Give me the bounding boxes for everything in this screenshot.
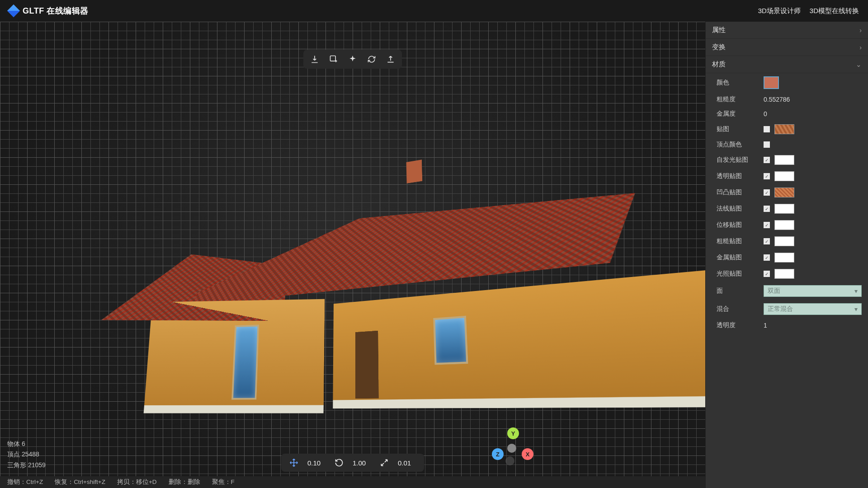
alpha-label: 透明贴图 — [717, 172, 764, 180]
move-icon[interactable] — [289, 458, 298, 467]
texture-label: 贴图 — [717, 125, 764, 133]
shortcut-delete: 删除：删除 — [169, 478, 200, 486]
displacement-swatch[interactable] — [774, 220, 794, 230]
metalness-label: 金属度 — [717, 110, 764, 118]
inspector-panel: 属性 › 变换 › 材质 ⌄ 颜色 粗糙度 0.552786 金属度 0 贴图 … — [705, 22, 868, 488]
gizmo-neg[interactable] — [505, 456, 514, 465]
app-title: GLTF 在线编辑器 — [23, 5, 89, 16]
shortcut-focus: 聚焦：F — [212, 478, 235, 486]
displacement-label: 位移贴图 — [717, 221, 764, 229]
alpha-swatch[interactable] — [774, 171, 794, 181]
shortcut-undo: 撤销：Ctrl+Z — [7, 478, 43, 486]
color-swatch[interactable] — [764, 76, 779, 89]
vertex-color-checkbox[interactable] — [764, 141, 770, 148]
refresh-icon[interactable] — [367, 54, 377, 64]
section-transform-label: 变换 — [712, 43, 726, 52]
roughness-map-swatch[interactable] — [774, 236, 794, 246]
shortcut-redo: 恢复：Ctrl+shift+Z — [55, 478, 105, 486]
link-model-converter[interactable]: 3D模型在线转换 — [810, 7, 859, 15]
row-light-map: 光照贴图 ✓ — [706, 266, 868, 282]
gizmo-z[interactable]: Z — [492, 448, 504, 460]
stat-objects-value: 6 — [22, 440, 25, 447]
chevron-right-icon: › — [859, 27, 862, 34]
side-select[interactable]: 双面 — [764, 285, 862, 297]
blend-value: 正常混合 — [768, 305, 793, 313]
metalness-map-swatch[interactable] — [774, 253, 794, 263]
emissive-label: 自发光贴图 — [717, 156, 764, 164]
section-material[interactable]: 材质 ⌄ — [706, 56, 868, 73]
alpha-checkbox[interactable]: ✓ — [764, 173, 770, 179]
shortcut-copy: 拷贝：移位+D — [117, 478, 157, 486]
texture-checkbox[interactable] — [764, 126, 770, 132]
metalness-map-label: 金属贴图 — [717, 253, 764, 262]
row-color: 颜色 — [706, 73, 868, 92]
row-normal: 法线贴图 ✓ — [706, 201, 868, 217]
light-map-checkbox[interactable]: ✓ — [764, 271, 770, 277]
logo-block: GLTF 在线编辑器 — [9, 5, 89, 16]
scale-step-value[interactable]: 0.01 — [398, 459, 416, 467]
opacity-value[interactable]: 1 — [764, 322, 767, 329]
bottom-toolbar: 0.10 1.00 0.01 — [281, 454, 424, 472]
logo-icon — [7, 5, 20, 17]
sparkle-icon[interactable] — [348, 54, 358, 64]
row-emissive: 自发光贴图 ✓ — [706, 152, 868, 168]
row-roughness: 粗糙度 0.552786 — [706, 92, 868, 107]
vertex-color-label: 顶点颜色 — [717, 141, 764, 149]
import-icon[interactable] — [310, 54, 320, 64]
svg-rect-0 — [330, 56, 336, 61]
emissive-swatch[interactable] — [774, 155, 794, 165]
texture-swatch[interactable] — [774, 124, 794, 134]
roughness-map-checkbox[interactable]: ✓ — [764, 238, 770, 244]
side-value: 双面 — [768, 287, 780, 295]
gizmo-y[interactable]: Y — [507, 427, 519, 439]
bump-label: 凹凸贴图 — [717, 188, 764, 197]
row-roughness-map: 粗糙贴图 ✓ — [706, 233, 868, 249]
row-texture: 贴图 — [706, 121, 868, 137]
section-attributes[interactable]: 属性 › — [706, 22, 868, 39]
metalness-value[interactable]: 0 — [764, 110, 767, 117]
export-icon[interactable] — [386, 54, 396, 64]
light-map-label: 光照贴图 — [717, 270, 764, 278]
normal-swatch[interactable] — [774, 204, 794, 214]
normal-checkbox[interactable]: ✓ — [764, 206, 770, 212]
top-toolbar — [303, 50, 402, 69]
blend-label: 混合 — [717, 305, 764, 313]
metalness-map-checkbox[interactable]: ✓ — [764, 254, 770, 261]
viewport-3d[interactable]: 物体 6 顶点 25488 三角形 21059 撤销：Ctrl+Z 恢复：Ctr… — [0, 22, 705, 488]
row-metalness: 金属度 0 — [706, 107, 868, 121]
row-alpha: 透明贴图 ✓ — [706, 168, 868, 184]
stat-triangles-label: 三角形 — [7, 461, 26, 469]
app-header: GLTF 在线编辑器 3D场景设计师 3D模型在线转换 — [0, 0, 868, 22]
row-metalness-map: 金属贴图 ✓ — [706, 249, 868, 266]
stat-vertices-label: 顶点 — [7, 450, 20, 458]
section-transform[interactable]: 变换 › — [706, 39, 868, 56]
image-add-icon[interactable] — [329, 54, 339, 64]
bump-swatch[interactable] — [774, 188, 794, 197]
scene-stats: 物体 6 顶点 25488 三角形 21059 — [7, 439, 46, 471]
normal-label: 法线贴图 — [717, 205, 764, 213]
row-vertex-color: 顶点颜色 — [706, 137, 868, 152]
rotate-step-value[interactable]: 1.00 — [353, 459, 371, 467]
bump-checkbox[interactable]: ✓ — [764, 189, 770, 196]
header-nav: 3D场景设计师 3D模型在线转换 — [758, 7, 859, 15]
gizmo-center[interactable] — [507, 444, 516, 453]
blend-select[interactable]: 正常混合 — [764, 303, 862, 315]
displacement-checkbox[interactable]: ✓ — [764, 222, 770, 228]
axis-gizmo[interactable]: Y X Z — [493, 429, 533, 470]
link-scene-designer[interactable]: 3D场景设计师 — [758, 7, 801, 15]
stat-vertices-value: 25488 — [22, 450, 39, 458]
shortcut-bar: 撤销：Ctrl+Z 恢复：Ctrl+shift+Z 拷贝：移位+D 删除：删除 … — [0, 476, 705, 488]
scale-icon[interactable] — [380, 458, 389, 467]
rotate-icon[interactable] — [335, 458, 344, 467]
side-label: 面 — [717, 287, 764, 295]
emissive-checkbox[interactable]: ✓ — [764, 157, 770, 163]
gizmo-x[interactable]: X — [522, 448, 533, 460]
opacity-label: 透明度 — [717, 321, 764, 329]
move-step-value[interactable]: 0.10 — [307, 459, 326, 467]
roughness-value[interactable]: 0.552786 — [764, 96, 790, 103]
stat-triangles-value: 21059 — [28, 461, 46, 469]
color-label: 颜色 — [717, 79, 764, 87]
row-opacity: 透明度 1 — [706, 318, 868, 333]
light-map-swatch[interactable] — [774, 269, 794, 279]
row-bump: 凹凸贴图 ✓ — [706, 184, 868, 201]
